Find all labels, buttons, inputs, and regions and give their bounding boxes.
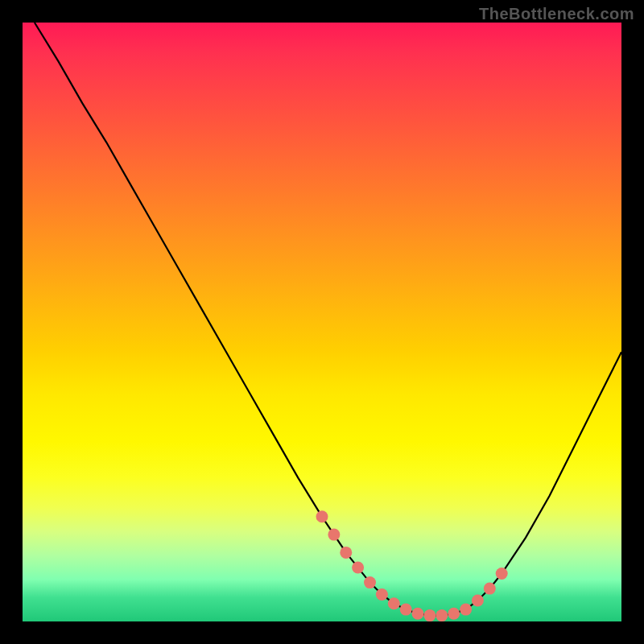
marker-dot (316, 510, 328, 522)
marker-dot (423, 609, 436, 621)
marker-dot (448, 608, 460, 620)
marker-dot (400, 604, 412, 616)
marker-dot (352, 562, 364, 574)
marker-dot (364, 576, 376, 588)
marker-dot (340, 547, 352, 559)
marker-dot (388, 597, 400, 609)
watermark-text: TheBottleneck.com (479, 5, 634, 23)
chart-svg (23, 23, 621, 621)
marker-dot (376, 588, 388, 601)
marker-dot (460, 604, 472, 616)
marker-dot (496, 568, 508, 580)
marker-dot (472, 595, 484, 607)
marker-dot (436, 609, 448, 621)
chart-container: TheBottleneck.com (0, 0, 644, 644)
marker-dot (412, 608, 424, 620)
bottleneck-curve (35, 23, 621, 616)
optimal-range-markers (316, 510, 508, 621)
marker-dot (328, 529, 340, 541)
plot-area (23, 23, 621, 621)
marker-dot (484, 583, 496, 595)
curve-line (35, 23, 621, 616)
